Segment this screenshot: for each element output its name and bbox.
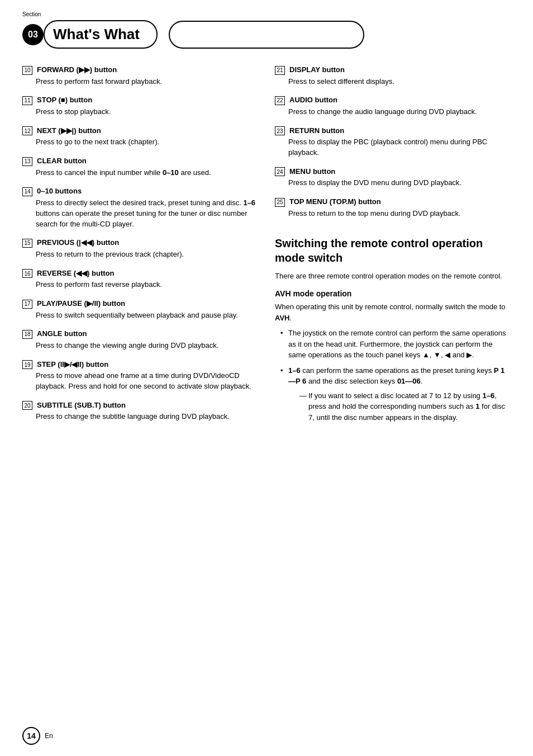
item-10-desc: Press to perform fast forward playback.	[22, 77, 258, 87]
item-20-desc: Press to change the subtitle language du…	[22, 412, 258, 422]
dash-list: If you want to select a disc located at …	[288, 390, 511, 423]
item-16-desc: Press to perform fast reverse playback.	[22, 280, 258, 290]
switching-intro: There are three remote control operation…	[275, 271, 511, 282]
item-10-title: 10 FORWARD (▶▶) button	[22, 65, 258, 75]
dash-1: If you want to select a disc located at …	[299, 390, 511, 423]
item-21: 21 DISPLAY button Press to select differ…	[275, 65, 511, 87]
language-label: En	[45, 732, 53, 740]
item-22-desc: Press to change the audio language durin…	[275, 107, 511, 117]
item-15-num: 15	[22, 239, 32, 248]
item-16-title: 16 REVERSE (◀◀) button	[22, 269, 258, 278]
item-13: 13 CLEAR button Press to cancel the inpu…	[22, 157, 258, 178]
bullet-list: The joystick on the remote control can p…	[275, 328, 511, 423]
item-17-desc: Press to switch sequentially between pla…	[22, 310, 258, 321]
item-19: 19 STEP (II▶/◀II) button Press to move a…	[22, 360, 258, 392]
item-19-title: 19 STEP (II▶/◀II) button	[22, 360, 258, 370]
page-header: 03 What's What	[22, 20, 511, 49]
item-15-title: 15 PREVIOUS (|◀◀) button	[22, 238, 258, 248]
item-18-num: 18	[22, 330, 32, 339]
item-15-desc: Press to return to the previous track (c…	[22, 249, 258, 260]
page: Section 03 What's What 10 FORWARD (▶▶) b…	[0, 0, 533, 756]
item-18-title: 18 ANGLE button	[22, 329, 258, 339]
item-10-num: 10	[22, 66, 32, 75]
item-12-desc: Press to go to the next track (chapter).	[22, 137, 258, 148]
item-18: 18 ANGLE button Press to change the view…	[22, 329, 258, 351]
right-column: 21 DISPLAY button Press to select differ…	[275, 65, 511, 431]
item-23-num: 23	[275, 126, 285, 135]
main-content: 10 FORWARD (▶▶) button Press to perform …	[22, 65, 511, 431]
item-16-num: 16	[22, 269, 32, 278]
item-24-title: 24 MENU button	[275, 167, 511, 177]
item-11-title: 11 STOP (■) button	[22, 96, 258, 105]
item-21-desc: Press to select different displays.	[275, 77, 511, 87]
bullet-2: 1–6 can perform the same operations as t…	[280, 365, 511, 423]
item-12-num: 12	[22, 126, 32, 135]
avh-heading: AVH mode operation	[275, 289, 511, 298]
item-23: 23 RETURN button Press to display the PB…	[275, 126, 511, 158]
item-11: 11 STOP (■) button Press to stop playbac…	[22, 96, 258, 117]
switching-section: Switching the remote control operation m…	[275, 236, 511, 423]
item-12-title: 12 NEXT (▶▶|) button	[22, 126, 258, 136]
item-24: 24 MENU button Press to display the DVD …	[275, 167, 511, 188]
item-17-title: 17 PLAY/PAUSE (▶/II) button	[22, 299, 258, 309]
item-15: 15 PREVIOUS (|◀◀) button Press to return…	[22, 238, 258, 259]
item-11-desc: Press to stop playback.	[22, 107, 258, 117]
item-14-title: 14 0–10 buttons	[22, 187, 258, 196]
item-25-title: 25 TOP MENU (TOP.M) button	[275, 197, 511, 207]
item-23-title: 23 RETURN button	[275, 126, 511, 136]
item-17-num: 17	[22, 300, 32, 309]
item-21-title: 21 DISPLAY button	[275, 65, 511, 75]
item-20-num: 20	[22, 401, 32, 410]
item-16: 16 REVERSE (◀◀) button Press to perform …	[22, 269, 258, 290]
item-12: 12 NEXT (▶▶|) button Press to go to the …	[22, 126, 258, 148]
item-22-num: 22	[275, 96, 285, 105]
section-badge: 03	[22, 24, 44, 45]
item-25-num: 25	[275, 198, 285, 207]
header-right-pill	[169, 21, 364, 49]
page-footer: 14 En	[22, 727, 53, 745]
item-14-desc: Press to directly select the desired tra…	[22, 198, 258, 230]
page-title: What's What	[44, 20, 158, 49]
item-20: 20 SUBTITLE (SUB.T) button Press to chan…	[22, 401, 258, 422]
item-20-title: 20 SUBTITLE (SUB.T) button	[22, 401, 258, 410]
item-25: 25 TOP MENU (TOP.M) button Press to retu…	[275, 197, 511, 219]
item-25-desc: Press to return to the top menu during D…	[275, 209, 511, 219]
item-13-title: 13 CLEAR button	[22, 157, 258, 166]
item-17: 17 PLAY/PAUSE (▶/II) button Press to swi…	[22, 299, 258, 320]
item-23-desc: Press to display the PBC (playback contr…	[275, 137, 511, 158]
left-column: 10 FORWARD (▶▶) button Press to perform …	[22, 65, 258, 431]
item-22-title: 22 AUDIO button	[275, 96, 511, 105]
item-24-desc: Press to display the DVD menu during DVD…	[275, 178, 511, 188]
item-13-num: 13	[22, 157, 32, 166]
item-24-num: 24	[275, 167, 285, 176]
page-number: 14	[22, 727, 40, 745]
item-18-desc: Press to change the viewing angle during…	[22, 341, 258, 351]
section-label: Section	[22, 11, 41, 17]
item-21-num: 21	[275, 66, 285, 75]
item-19-num: 19	[22, 360, 32, 369]
avh-intro: When operating this unit by remote contr…	[275, 301, 511, 323]
item-14: 14 0–10 buttons Press to directly select…	[22, 187, 258, 229]
switching-heading: Switching the remote control operation m…	[275, 236, 511, 265]
item-22: 22 AUDIO button Press to change the audi…	[275, 96, 511, 117]
item-19-desc: Press to move ahead one frame at a time …	[22, 371, 258, 392]
item-10: 10 FORWARD (▶▶) button Press to perform …	[22, 65, 258, 87]
bullet-1: The joystick on the remote control can p…	[280, 328, 511, 361]
item-13-desc: Press to cancel the input number while 0…	[22, 168, 258, 178]
item-14-num: 14	[22, 187, 32, 196]
item-11-num: 11	[22, 96, 32, 105]
